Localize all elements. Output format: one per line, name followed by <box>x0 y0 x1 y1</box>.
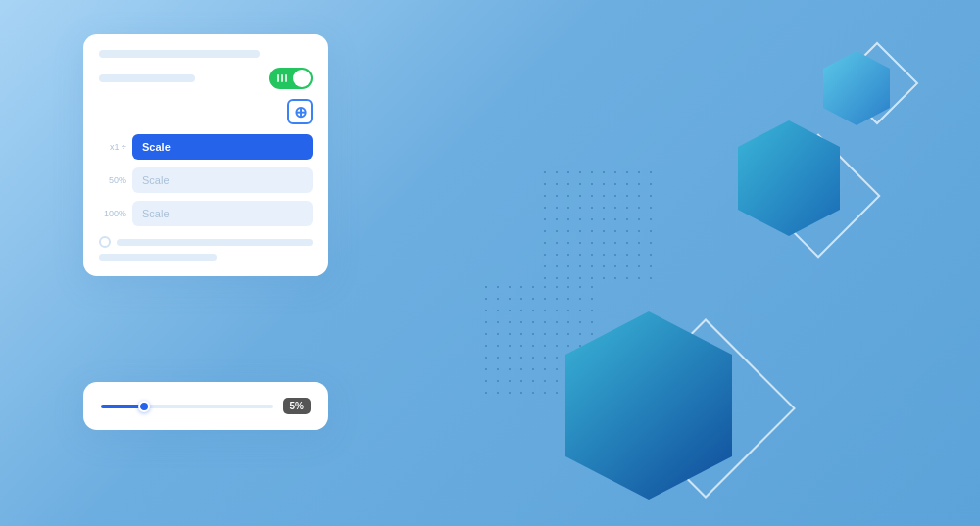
scale-button-2-inactive[interactable]: Scale <box>132 167 313 193</box>
plus-icon: ⊕ <box>294 103 307 121</box>
toggle-dash-3 <box>285 74 287 82</box>
card-placeholder-line-1 <box>99 50 260 58</box>
dot-grid-1 <box>539 167 657 284</box>
scale-label-3: 100% <box>99 209 126 218</box>
scale-label-1: x1 ÷ <box>99 142 126 152</box>
toggle-thumb <box>293 70 311 87</box>
scale-row-1: x1 ÷ Scale <box>99 134 313 160</box>
scale-row-3: 100% Scale <box>99 201 313 226</box>
toggle-dashes <box>277 74 287 82</box>
toggle-label-line <box>99 74 195 82</box>
main-card: ⊕ x1 ÷ Scale 50% Scale 100% Scale <box>83 34 328 276</box>
scale-label-2: 50% <box>99 175 126 185</box>
toggle-row <box>99 68 313 89</box>
hex-medium <box>735 118 843 243</box>
hex-large <box>564 309 735 506</box>
slider-track[interactable] <box>101 405 273 408</box>
toggle-dash-2 <box>281 74 283 82</box>
svg-marker-0 <box>823 51 890 125</box>
radio-line <box>117 239 313 246</box>
scale-row-2: 50% Scale <box>99 167 313 193</box>
svg-marker-2 <box>565 311 732 500</box>
scale-button-1-active[interactable]: Scale <box>132 134 313 160</box>
scale-button-3-inactive[interactable]: Scale <box>132 201 313 226</box>
add-icon-button[interactable]: ⊕ <box>287 99 313 124</box>
slider-card: 5% <box>83 382 328 430</box>
slider-thumb[interactable] <box>138 401 150 412</box>
card-bottom-line <box>99 254 217 261</box>
toggle-dash-1 <box>277 74 279 82</box>
toggle-switch[interactable] <box>270 68 313 89</box>
slider-value-badge: 5% <box>283 398 311 414</box>
radio-row <box>99 236 313 248</box>
radio-circle[interactable] <box>99 236 111 248</box>
svg-marker-1 <box>738 120 840 236</box>
